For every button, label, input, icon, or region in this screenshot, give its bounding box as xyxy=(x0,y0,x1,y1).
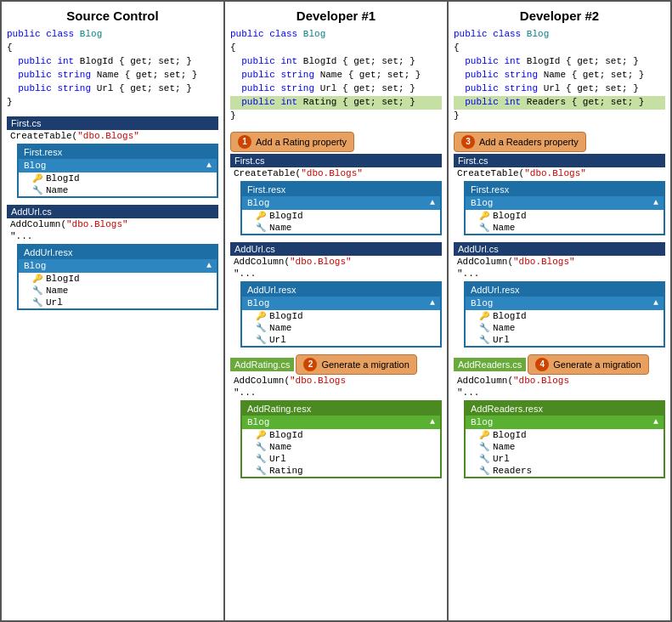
resx-row: 🔑 BlogId xyxy=(466,210,664,222)
d1-first-cs-header: First.cs xyxy=(230,154,442,167)
resx-row: 🔧 Name xyxy=(19,184,217,196)
d2-createtable: CreateTable( xyxy=(457,168,524,178)
tooltip-num-2: 2 xyxy=(303,358,317,371)
d2-readers-blogid: BlogId xyxy=(493,430,527,440)
code-public2: public xyxy=(18,56,57,66)
d1-public: public xyxy=(230,29,269,39)
code-indent3 xyxy=(7,83,18,93)
d2-indent2 xyxy=(454,70,465,80)
field-icon-9: 🔧 xyxy=(256,466,266,476)
d2-first-table-title: Blog xyxy=(471,198,493,208)
code-public4: public xyxy=(18,83,57,93)
d2-first-cs-header: First.cs xyxy=(454,154,665,167)
chevron-up-icon-6: ▲ xyxy=(653,198,658,207)
d2-addurl-url: Url xyxy=(493,335,510,345)
tooltip-num-4: 4 xyxy=(535,358,549,371)
chevron-up-icon-2: ▲ xyxy=(206,261,212,270)
d2-readers-url: Url xyxy=(493,454,510,464)
code-addcolumn: AddColumn( xyxy=(10,219,66,229)
field-icon-2: 🔧 xyxy=(32,286,42,296)
d1-rating: Rating { get; set; } xyxy=(303,97,415,107)
d1-int: int xyxy=(280,56,302,66)
d2-addreaders-code2: "... xyxy=(454,387,665,399)
field-icon-13: 🔧 xyxy=(479,442,489,452)
d1-indent2 xyxy=(230,70,241,80)
chevron-up-icon-7: ▲ xyxy=(653,298,658,308)
d2-indent3 xyxy=(454,83,465,93)
d1-dbo-blogs: "dbo.Blogs" xyxy=(301,168,363,178)
d2-dbo-blogs: "dbo.Blogs" xyxy=(524,168,586,178)
d1-first-resx-table-header: Blog ▲ xyxy=(242,196,440,210)
dev2-code: public class Blog { public int BlogId { … xyxy=(454,28,665,123)
d1-rating-rating: Rating xyxy=(269,466,303,476)
d1-addurl-code2: "... xyxy=(230,268,442,280)
key-icon-4: 🔑 xyxy=(256,311,266,321)
d2-public2: public xyxy=(465,56,504,66)
resx-row: 🔧 Name xyxy=(466,222,664,234)
resx-row: 🔑 BlogId xyxy=(242,429,440,441)
resx-row: 🔑 BlogId xyxy=(19,172,217,184)
d1-addurl-cs-section: AddUrl.cs AddColumn("dbo.Blogs" "... Add… xyxy=(230,242,442,348)
resx-row: 🔧 Url xyxy=(242,334,440,346)
sc-first-cs-section: First.cs CreateTable("dbo.Blogs" First.r… xyxy=(7,116,218,198)
tooltip-generate-migration-1: 2 Generate a migration xyxy=(296,354,416,375)
key-icon-2: 🔑 xyxy=(32,274,42,284)
d2-first-name: Name xyxy=(493,223,515,233)
d2-addurl-resx-box: AddUrl.resx Blog ▲ 🔑 BlogId 🔧 Name 🔧 Url xyxy=(464,281,665,348)
resx-row: 🔧 Name xyxy=(242,322,440,334)
d1-url: Url { get; set; } xyxy=(320,83,415,93)
resx-row: 🔧 Name xyxy=(466,322,664,334)
resx-name-label-2: Name xyxy=(46,286,68,296)
d1-addrating-code: AddColumn("dbo.Blogs xyxy=(230,375,442,387)
tooltip-add-rating: 1 Add a Rating property xyxy=(230,132,354,152)
dev1-code: public class Blog { public int BlogId { … xyxy=(230,28,442,123)
d2-string2: string xyxy=(504,83,543,93)
d2-first-cs-code: CreateTable("dbo.Blogs" xyxy=(454,167,665,179)
d1-brace-open: { xyxy=(230,42,236,53)
d2-url: Url { get; set; } xyxy=(544,83,639,93)
source-control-column: Source Control public class Blog { publi… xyxy=(2,2,225,620)
resx-row: 🔧 Url xyxy=(466,334,664,346)
d1-class: class xyxy=(269,29,303,39)
sc-addurl-resx-table-title: Blog xyxy=(24,261,46,271)
key-icon-7: 🔑 xyxy=(479,311,489,321)
field-icon-6: 🔧 xyxy=(256,335,266,345)
field-icon-11: 🔧 xyxy=(479,323,489,333)
key-icon-6: 🔑 xyxy=(479,211,489,221)
d1-addurl-resx-header: AddUrl.resx xyxy=(242,283,440,297)
d1-addurl-cs-code: AddColumn("dbo.Blogs" xyxy=(230,256,442,268)
sc-addurl-cs-section: AddUrl.cs AddColumn("dbo.Blogs" "... Add… xyxy=(7,205,218,310)
d2-brace-close: } xyxy=(454,110,460,121)
tooltip-add-readers-text: Add a Readers property xyxy=(479,137,579,147)
sc-addurl-cs-code2: "... xyxy=(7,230,218,242)
d1-first-cs-code: CreateTable("dbo.Blogs" xyxy=(230,167,442,179)
developer-1-column: Developer #1 public class Blog { public … xyxy=(225,2,449,620)
tooltip-add-readers: 3 Add a Readers property xyxy=(454,132,586,152)
sc-first-resx-header: First.resx xyxy=(19,145,217,159)
d2-addurl-code2: "... xyxy=(454,268,665,280)
d2-addreaders-resx-header: AddReaders.resx xyxy=(466,402,664,416)
d1-addrating-code2: "... xyxy=(230,387,442,399)
sc-addurl-cs-header: AddUrl.cs xyxy=(7,205,218,218)
d2-readers-readers: Readers xyxy=(493,466,532,476)
d1-first-resx-box: First.resx Blog ▲ 🔑 BlogId 🔧 Name xyxy=(240,181,442,235)
resx-row: 🔑 BlogId xyxy=(242,210,440,222)
d2-first-cs-section: First.cs CreateTable("dbo.Blogs" First.r… xyxy=(454,154,665,235)
code-string2: string xyxy=(57,83,96,93)
developer-1-title: Developer #1 xyxy=(230,8,442,23)
resx-row: 🔧 Name xyxy=(242,441,440,453)
chevron-up-icon-3: ▲ xyxy=(430,198,435,207)
tooltip-generate-migration-2: 4 Generate a migration xyxy=(528,354,648,375)
field-icon-8: 🔧 xyxy=(256,454,266,464)
d2-addcolumn: AddColumn( xyxy=(457,257,513,267)
d2-addurl-cs-section: AddUrl.cs AddColumn("dbo.Blogs" "... Add… xyxy=(454,242,665,348)
d2-readers-ellipsis: "... xyxy=(457,387,479,398)
chevron-up-icon: ▲ xyxy=(206,161,212,170)
d1-name-label: Name xyxy=(269,223,291,233)
code-class: class xyxy=(46,29,80,39)
d1-name: Name { get; set; } xyxy=(320,70,421,80)
d1-rating-url: Url xyxy=(269,454,286,464)
d2-readers: Readers { get; set; } xyxy=(527,97,645,107)
d1-rating-line: public int Rating { get; set; } xyxy=(230,96,442,110)
resx-row: 🔧 Rating xyxy=(242,465,440,477)
